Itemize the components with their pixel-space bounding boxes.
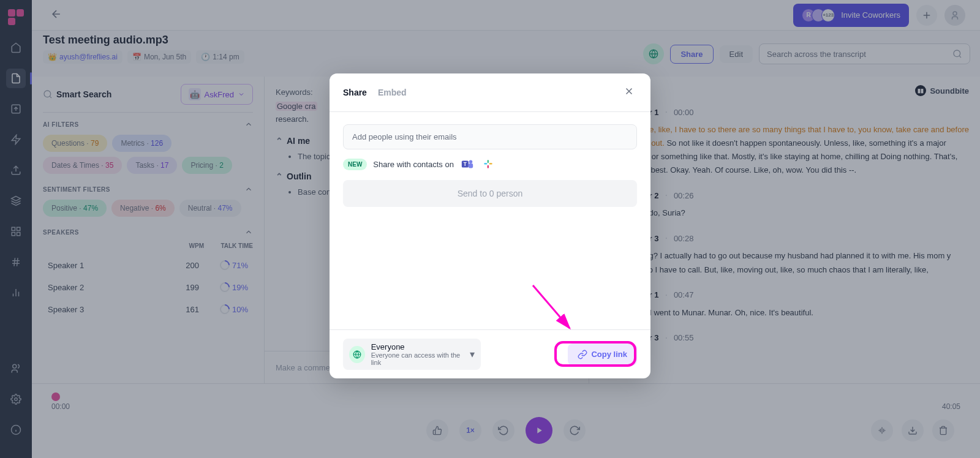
access-title: Everyone [371, 342, 464, 351]
teams-icon[interactable]: T [460, 157, 475, 171]
send-button[interactable]: Send to 0 person [343, 180, 637, 207]
svg-rect-22 [488, 160, 489, 163]
svg-rect-19 [469, 163, 473, 168]
share-modal: Share Embed Add people using their email… [330, 73, 650, 378]
email-input[interactable]: Add people using their emails [343, 124, 637, 149]
tab-share[interactable]: Share [343, 88, 367, 97]
svg-rect-23 [488, 165, 489, 168]
access-subtitle: Everyone can access with the link [371, 351, 464, 366]
svg-rect-21 [489, 163, 492, 164]
svg-point-18 [469, 160, 473, 164]
share-with-label: Share with contacts on [373, 160, 454, 169]
globe-icon [349, 346, 365, 363]
annotation-box [554, 341, 636, 367]
svg-text:T: T [464, 162, 467, 167]
chevron-down-icon: ▾ [470, 348, 475, 360]
modal-close-button[interactable] [621, 83, 637, 102]
new-badge: NEW [343, 159, 367, 170]
tab-embed[interactable]: Embed [378, 88, 407, 97]
slack-icon[interactable] [481, 157, 496, 171]
svg-rect-20 [484, 163, 487, 164]
access-dropdown[interactable]: Everyone Everyone can access with the li… [343, 339, 481, 370]
